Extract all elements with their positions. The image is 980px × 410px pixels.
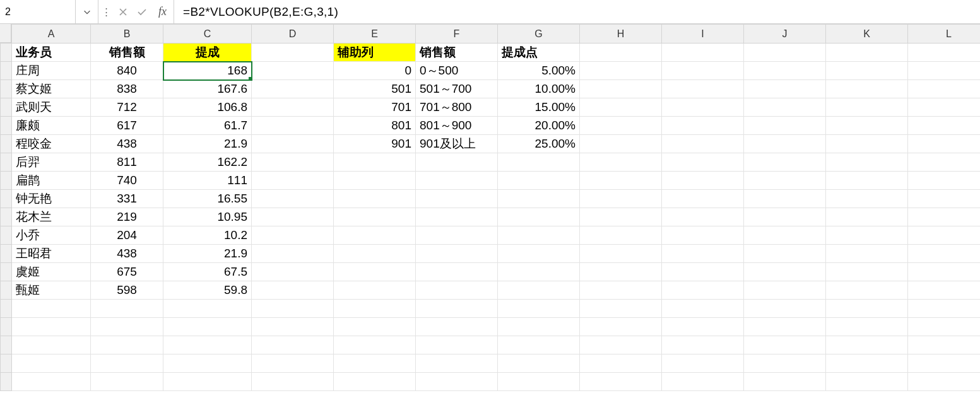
cell-J11[interactable] [744,226,826,245]
cell-L2[interactable] [908,62,981,80]
cell-C5[interactable]: 61.7 [163,117,252,135]
cell-E9[interactable] [334,190,416,208]
cell-G15[interactable] [498,300,580,318]
cell-F13[interactable] [416,263,498,281]
column-header-C[interactable]: C [163,25,252,44]
cell-E11[interactable] [334,226,416,245]
cell-J4[interactable] [744,98,826,117]
cell-I6[interactable] [662,135,744,153]
cell-E13[interactable] [334,263,416,281]
cell-J1[interactable] [744,44,826,62]
cell-B10[interactable]: 219 [91,208,163,226]
cell-F16[interactable] [416,318,498,336]
cell-K1[interactable] [826,44,908,62]
cell-E15[interactable] [334,300,416,318]
cell-A14[interactable]: 甄姬 [12,281,91,300]
cell-A16[interactable] [12,318,91,336]
cell-J14[interactable] [744,281,826,300]
cell-C19[interactable] [163,373,252,391]
cell-I1[interactable] [662,44,744,62]
cell-K2[interactable] [826,62,908,80]
cell-B1[interactable]: 销售额 [91,44,163,62]
cell-G12[interactable] [498,245,580,263]
cell-K14[interactable] [826,281,908,300]
cell-K11[interactable] [826,226,908,245]
cell-H6[interactable] [580,135,662,153]
cell-G6[interactable]: 25.00% [498,135,580,153]
cell-K6[interactable] [826,135,908,153]
cell-A1[interactable]: 业务员 [12,44,91,62]
cell-K16[interactable] [826,318,908,336]
cell-J5[interactable] [744,117,826,135]
cell-I18[interactable] [662,354,744,373]
cell-K3[interactable] [826,80,908,98]
cell-D11[interactable] [252,226,334,245]
cell-C1[interactable]: 提成 [163,44,252,62]
row-header-4[interactable] [1,98,12,117]
cell-E1[interactable]: 辅助列 [334,44,416,62]
cell-C2[interactable]: 168 [163,62,252,80]
cell-D9[interactable] [252,190,334,208]
cell-H13[interactable] [580,263,662,281]
cell-J13[interactable] [744,263,826,281]
cell-D19[interactable] [252,373,334,391]
cell-J15[interactable] [744,300,826,318]
cell-I13[interactable] [662,263,744,281]
cell-I17[interactable] [662,336,744,354]
row-header-14[interactable] [1,281,12,300]
cell-F5[interactable]: 801～900 [416,117,498,135]
cell-A19[interactable] [12,373,91,391]
cell-H15[interactable] [580,300,662,318]
cell-G3[interactable]: 10.00% [498,80,580,98]
cell-J16[interactable] [744,318,826,336]
cell-H17[interactable] [580,336,662,354]
cell-G19[interactable] [498,373,580,391]
cell-K7[interactable] [826,153,908,172]
cell-E14[interactable] [334,281,416,300]
cell-L17[interactable] [908,336,981,354]
cell-B8[interactable]: 740 [91,172,163,190]
cell-G16[interactable] [498,318,580,336]
cell-L19[interactable] [908,373,981,391]
cell-A2[interactable]: 庄周 [12,62,91,80]
cell-J9[interactable] [744,190,826,208]
cell-A4[interactable]: 武则天 [12,98,91,117]
cell-I2[interactable] [662,62,744,80]
cell-E7[interactable] [334,153,416,172]
cell-H19[interactable] [580,373,662,391]
cell-D4[interactable] [252,98,334,117]
cell-A3[interactable]: 蔡文姬 [12,80,91,98]
cell-B9[interactable]: 331 [91,190,163,208]
cell-B16[interactable] [91,318,163,336]
cell-G13[interactable] [498,263,580,281]
cell-F1[interactable]: 销售额 [416,44,498,62]
cell-I16[interactable] [662,318,744,336]
cell-F10[interactable] [416,208,498,226]
cell-C4[interactable]: 106.8 [163,98,252,117]
cell-J10[interactable] [744,208,826,226]
cell-L10[interactable] [908,208,981,226]
cell-K5[interactable] [826,117,908,135]
cell-L8[interactable] [908,172,981,190]
cell-H7[interactable] [580,153,662,172]
cell-I5[interactable] [662,117,744,135]
cell-F3[interactable]: 501～700 [416,80,498,98]
cell-H16[interactable] [580,318,662,336]
cell-K12[interactable] [826,245,908,263]
cell-J19[interactable] [744,373,826,391]
cell-J17[interactable] [744,336,826,354]
row-header-17[interactable] [1,336,12,354]
cell-F12[interactable] [416,245,498,263]
cell-B19[interactable] [91,373,163,391]
cell-E4[interactable]: 701 [334,98,416,117]
row-header-19[interactable] [1,373,12,391]
column-header-B[interactable]: B [91,25,163,44]
cell-B5[interactable]: 617 [91,117,163,135]
cell-J8[interactable] [744,172,826,190]
column-header-E[interactable]: E [334,25,416,44]
cell-G17[interactable] [498,336,580,354]
cell-L13[interactable] [908,263,981,281]
cell-D1[interactable] [252,44,334,62]
cell-G7[interactable] [498,153,580,172]
cell-D8[interactable] [252,172,334,190]
